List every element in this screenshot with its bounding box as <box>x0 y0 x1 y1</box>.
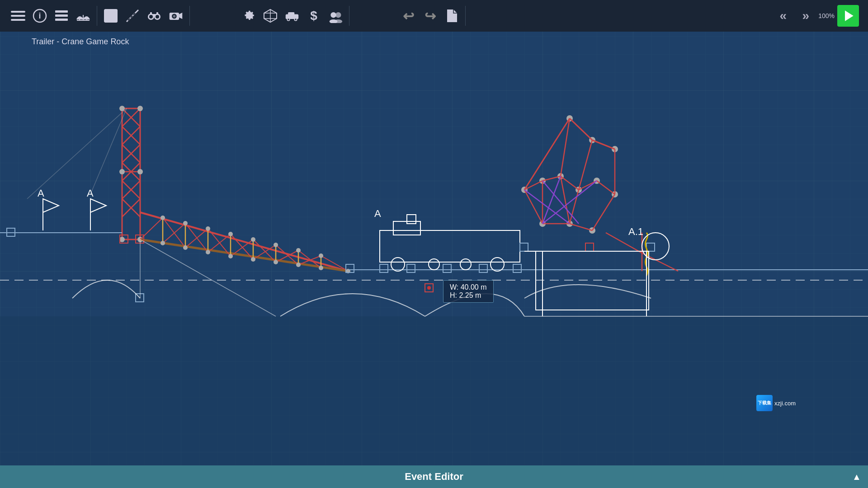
zoom-play-group: « » 100% <box>773 5 863 27</box>
measurement-box: W: 40.00 m H: 2.25 m <box>443 280 494 303</box>
svg-rect-27 <box>150 12 152 15</box>
svg-rect-26 <box>153 14 156 16</box>
svg-point-24 <box>149 15 153 19</box>
svg-point-41 <box>288 19 289 20</box>
svg-point-117 <box>274 260 278 264</box>
bridge-button[interactable] <box>73 6 93 26</box>
settings-button[interactable] <box>239 6 259 26</box>
toolbar-group-history: ↩ ↪ <box>395 6 466 26</box>
svg-point-118 <box>296 263 301 267</box>
width-label: W: <box>450 283 458 291</box>
vehicle-button[interactable] <box>282 6 302 26</box>
measure-tool[interactable] <box>123 6 142 26</box>
expand-button[interactable]: ▲ <box>845 465 868 488</box>
height-value: 2.25 m <box>459 291 481 299</box>
info-button[interactable]: i <box>30 6 50 26</box>
svg-marker-32 <box>179 13 182 19</box>
svg-point-107 <box>251 237 255 242</box>
toolbar-group-menu: i <box>5 6 97 26</box>
undo-button[interactable]: ↩ <box>398 6 418 26</box>
play-button[interactable] <box>837 5 859 27</box>
watermark-logo: 下载集 <box>756 395 773 411</box>
svg-text:A.1: A.1 <box>628 226 643 237</box>
width-measurement: W: 40.00 m <box>450 283 487 291</box>
svg-point-108 <box>274 243 278 247</box>
svg-rect-28 <box>156 12 158 15</box>
svg-point-131 <box>427 286 431 290</box>
cube-button[interactable] <box>260 6 280 26</box>
svg-point-103 <box>160 216 165 220</box>
svg-line-19 <box>128 19 130 20</box>
svg-point-113 <box>183 245 188 250</box>
camera-tool[interactable] <box>166 6 186 26</box>
svg-point-70 <box>137 106 143 111</box>
svg-point-31 <box>173 15 175 17</box>
svg-rect-7 <box>55 19 68 21</box>
svg-text:A: A <box>87 188 94 199</box>
event-editor-title: Event Editor <box>0 471 868 483</box>
bridge-svg: A A A <box>0 0 868 465</box>
toolbar-group-tools <box>97 6 190 26</box>
svg-point-106 <box>228 232 233 236</box>
svg-point-43 <box>330 12 336 18</box>
height-measurement: H: 2.25 m <box>450 291 487 300</box>
bottom-bar: Event Editor ▲ <box>0 465 868 488</box>
svg-rect-13 <box>104 9 117 22</box>
svg-rect-38 <box>288 12 294 16</box>
svg-rect-0 <box>11 11 25 13</box>
svg-text:i: i <box>38 11 41 20</box>
svg-rect-2 <box>11 19 25 21</box>
svg-point-115 <box>228 254 233 258</box>
toolbar-group-settings: $ <box>235 6 349 26</box>
svg-marker-47 <box>845 10 854 21</box>
svg-point-110 <box>319 253 323 258</box>
svg-point-116 <box>251 257 255 262</box>
height-label: H: <box>450 291 457 299</box>
svg-point-72 <box>137 169 143 174</box>
svg-point-105 <box>206 226 210 231</box>
svg-point-44 <box>335 12 341 18</box>
svg-rect-6 <box>55 14 68 17</box>
svg-rect-50 <box>0 316 868 465</box>
svg-rect-1 <box>11 15 25 17</box>
breadcrumb: Trailer - Crane Game Rock <box>32 37 129 47</box>
budget-button[interactable]: $ <box>304 6 324 26</box>
layers-button[interactable] <box>52 6 71 26</box>
svg-point-42 <box>295 19 297 20</box>
svg-point-114 <box>206 250 210 254</box>
svg-point-104 <box>183 221 188 225</box>
svg-line-20 <box>131 16 132 18</box>
binoculars-tool[interactable] <box>144 6 164 26</box>
redo-button[interactable]: ↪ <box>420 6 440 26</box>
svg-point-109 <box>296 248 301 253</box>
skip-back-button[interactable]: « <box>773 6 793 26</box>
watermark-text: xzji.com <box>774 400 796 407</box>
toolbar: i <box>0 0 868 32</box>
canvas-area[interactable]: A A A <box>0 0 868 465</box>
svg-text:A: A <box>374 208 381 219</box>
social-button[interactable] <box>326 6 345 26</box>
hamburger-menu[interactable] <box>8 6 28 26</box>
zoom-level: 100% <box>818 12 835 19</box>
watermark: 下载集 xzji.com <box>756 395 796 411</box>
svg-line-21 <box>133 13 135 15</box>
svg-point-69 <box>119 106 125 111</box>
svg-point-112 <box>160 241 165 245</box>
skip-forward-button[interactable]: » <box>796 6 816 26</box>
svg-text:A: A <box>38 188 44 199</box>
svg-point-119 <box>319 266 323 270</box>
svg-point-25 <box>156 15 159 19</box>
new-button[interactable] <box>442 6 462 26</box>
width-value: 40.00 m <box>461 283 487 291</box>
svg-point-71 <box>119 169 125 174</box>
grid-tool[interactable] <box>101 6 121 26</box>
